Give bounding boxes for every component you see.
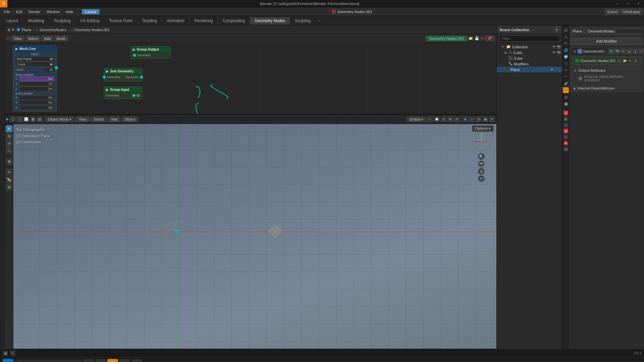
prop-tab-extra6[interactable]: ⊞: [564, 147, 568, 152]
end-y[interactable]: 0m: [19, 100, 54, 105]
select-btn[interactable]: Select: [91, 117, 107, 122]
status-icon-2[interactable]: ≡: [10, 351, 15, 356]
prop-tab-output[interactable]: 🖨: [563, 34, 569, 40]
tool-measure[interactable]: 📏: [6, 176, 12, 183]
vt-render-preview[interactable]: ○: [469, 116, 475, 122]
ws-geometry-nodes[interactable]: Geometry Nodes: [250, 17, 290, 24]
menu-file[interactable]: File: [1, 9, 13, 14]
breadcrumb-plane[interactable]: Plane: [22, 28, 31, 32]
start-y[interactable]: 1m: [19, 81, 54, 86]
object-btn[interactable]: Object: [121, 117, 138, 122]
vt-transform-icon[interactable]: ↔: [427, 116, 433, 122]
plane-hide[interactable]: ○: [555, 68, 557, 71]
nav-camera[interactable]: 📷: [478, 161, 485, 167]
prop-tab-material[interactable]: ⬤: [563, 101, 569, 107]
geo-node-rename[interactable]: ✏: [628, 58, 633, 63]
prop-tab-red[interactable]: ✕: [564, 111, 568, 115]
mod-menu-btn[interactable]: ▾: [633, 49, 638, 54]
prop-tab-view[interactable]: 👁: [563, 40, 569, 46]
count-select[interactable]: Count: [15, 62, 54, 67]
join-input-socket[interactable]: [103, 75, 106, 79]
taskbar-files[interactable]: 📁: [83, 359, 94, 362]
ne-mode-icon[interactable]: ⬡: [7, 36, 10, 41]
tool-transform[interactable]: ✚: [6, 158, 12, 165]
prop-tab-world[interactable]: 🌍: [563, 54, 569, 60]
ws-add-tab[interactable]: +: [316, 17, 323, 24]
view-btn[interactable]: View: [75, 117, 90, 122]
menu-window[interactable]: Window: [44, 9, 62, 14]
prop-tab-extra1[interactable]: ◈: [564, 117, 568, 121]
group-input-ext-socket[interactable]: [137, 94, 140, 97]
nav-grid[interactable]: ⊞: [478, 168, 485, 175]
vt-gizmo-icon[interactable]: ⟲: [454, 116, 460, 122]
ws-animation[interactable]: Animation: [162, 17, 190, 24]
ws-uv-editing[interactable]: UV Editing: [75, 17, 104, 24]
ws-compositing[interactable]: Compositing: [218, 17, 250, 24]
axis-orb[interactable]: Y X -Z: [471, 131, 492, 152]
ne-view-btn[interactable]: View: [11, 36, 24, 41]
vt-viewport-shading[interactable]: ●: [462, 116, 468, 122]
ne-browse-icon[interactable]: 📂: [469, 36, 473, 41]
prop-tab-render[interactable]: 🎥: [563, 27, 569, 33]
cube-parent-render[interactable]: 📷: [557, 51, 561, 54]
geo-node-fake-user[interactable]: F: [617, 58, 622, 63]
ne-pin-btn[interactable]: 📌: [485, 36, 494, 41]
mod-render-btn[interactable]: 📷: [614, 49, 620, 54]
prop-tab-scene[interactable]: 🌐: [563, 47, 569, 53]
collection-eye[interactable]: 👁: [552, 45, 556, 49]
ne-node-btn[interactable]: Node: [54, 36, 68, 41]
join-output-socket[interactable]: [140, 75, 143, 79]
outliner-cube-mesh[interactable]: ⬛ Cube: [497, 55, 562, 61]
outliner-cube-parent[interactable]: ▶ ⬡ Cube 👁 📷: [497, 50, 562, 55]
mod-delete-btn[interactable]: ✕: [639, 49, 644, 54]
outliner-filter-btn[interactable]: ▼: [554, 27, 559, 33]
outliner-collection[interactable]: ▼ 📁 Collection 👁 📷: [497, 44, 562, 50]
tool-annotate[interactable]: ✏: [6, 169, 12, 176]
vt-icon1[interactable]: ⬡: [10, 116, 16, 122]
vt-icon4[interactable]: ▦: [30, 116, 36, 122]
ws-texture-paint[interactable]: Texture Paint: [104, 17, 138, 24]
node-group-input[interactable]: ▶ Group Input Geometry: [104, 86, 142, 99]
output-attrs-header[interactable]: ▼ Output Attributes: [574, 67, 640, 73]
prop-tab-physics[interactable]: 〜: [563, 74, 569, 80]
menu-edit[interactable]: Edit: [13, 9, 25, 14]
endpoint-select[interactable]: End Points: [15, 57, 54, 61]
taskbar-vscode[interactable]: 💻: [119, 359, 130, 362]
prop-tab-vgroup[interactable]: ▤: [563, 94, 569, 100]
prop-tab-extra4[interactable]: ⬡: [564, 135, 568, 139]
breadcrumb-geonodes001[interactable]: Geometry Nodes.001: [75, 28, 110, 32]
geo-node-browse[interactable]: 📂: [623, 58, 627, 63]
mesh-line-output-socket[interactable]: [55, 66, 58, 69]
start-z[interactable]: 0m: [19, 86, 54, 91]
prop-tab-constraints[interactable]: 🔗: [563, 80, 569, 86]
tool-scale[interactable]: ⤡: [6, 147, 12, 154]
tool-cursor[interactable]: ↖: [6, 125, 12, 132]
vt-icon5[interactable]: ▤: [37, 116, 43, 122]
ws-sculpting[interactable]: Sculpting: [49, 17, 75, 24]
maximize-btn[interactable]: □: [623, 0, 633, 7]
status-icon-1[interactable]: ▣: [3, 351, 8, 356]
ws-layout[interactable]: Layout: [1, 17, 23, 24]
taskbar-edge[interactable]: 🌐: [95, 359, 106, 362]
ne-select-btn[interactable]: Select: [25, 36, 41, 41]
tool-move[interactable]: ⊕: [6, 133, 12, 139]
close-btn[interactable]: ×: [633, 0, 644, 7]
ne-save-icon[interactable]: 💾: [475, 36, 479, 41]
tool-grid[interactable]: ⊞: [6, 184, 12, 190]
cube-parent-eye[interactable]: 👁: [552, 51, 556, 54]
vt-more-icon[interactable]: ≡: [489, 116, 495, 122]
count-value[interactable]: 10: [44, 67, 54, 72]
plane-geo-icon[interactable]: ⬡: [558, 68, 561, 71]
vt-material-preview[interactable]: ◎: [476, 116, 482, 122]
ne-add-btn[interactable]: Add: [42, 36, 53, 41]
group-output-input-socket[interactable]: [133, 54, 136, 57]
modifier-card-header[interactable]: ▼ ⬡ GeometryNo... 👁 📷 ✏ ▲ ▾ ✕: [571, 47, 642, 55]
vt-snap-icon[interactable]: 🔲: [434, 116, 440, 122]
mod-expand-btn[interactable]: ▲: [627, 49, 632, 54]
ws-modeling[interactable]: Modeling: [23, 17, 49, 24]
prop-tab-extra2[interactable]: ◇: [564, 123, 568, 127]
add-modifier-btn[interactable]: Add Modifier: [571, 38, 643, 45]
ws-scripting[interactable]: Scripting: [290, 17, 316, 24]
group-input-output-socket[interactable]: [132, 94, 136, 97]
vt-arrow-icon[interactable]: ▶: [6, 117, 9, 121]
